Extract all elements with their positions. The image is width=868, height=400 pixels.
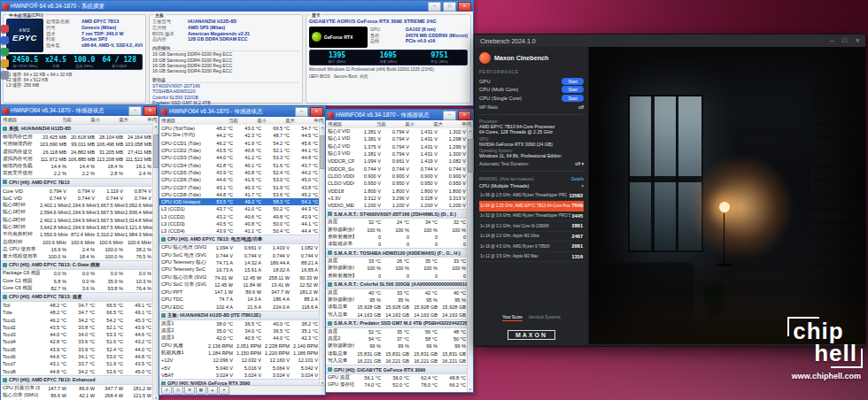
desktop-icon-4[interactable] <box>1 59 9 67</box>
toolbar-icon[interactable]: ↺ <box>161 386 172 395</box>
toolbar-icon[interactable]: ▾ <box>219 386 229 395</box>
sensor-row[interactable]: Tccd243.5 °C33.8 °C52.1 °C43.9 °C <box>1 324 153 331</box>
scroll-down-arrow[interactable]: ▼ <box>153 396 159 400</box>
ranking-row[interactable]: 1x 24 @ 2.0 GHz, Apple M2 Ultra2467 <box>479 232 584 242</box>
sensor-row[interactable]: CPU PPT147.1 W86.6 W347.7 W181.2 W <box>159 288 320 296</box>
scroll-down-arrow[interactable]: ▼ <box>468 387 473 392</box>
sensor-row[interactable]: 总线时钟100.6 MHz100.6 MHz100.6 MHz100.6 MHz <box>1 238 153 245</box>
sensor-row[interactable]: 驱动器剩余寿命100 %100 %100 %100 % <box>326 226 468 233</box>
sensor-row[interactable]: 读取总量15,928 GB15,928 GB15,928 GB15,928 GB <box>326 304 468 311</box>
sensor-row[interactable]: 驱动器剩余寿命100 %100 %100 %100 % <box>326 265 468 272</box>
sensor-row[interactable]: CPU Die (平均)44.2 °C42.3 °C48.7 °C44.5 °C <box>159 132 320 139</box>
sensor-row[interactable]: VDDCR_CPU1.094 V0.661 V1.419 V1.082 V <box>326 158 468 165</box>
titlebar[interactable]: HWiNFO® 64 v6.34-1870 - 系统摘要 ─ ☐ ✕ <box>1 1 473 12</box>
column-header[interactable]: 平均 <box>130 117 159 123</box>
sensor-row[interactable]: L3 (CCD3)43.5 °C40.8 °C50.0 °C44.1 °C <box>159 220 320 227</box>
sensor-row[interactable]: 重映射扇区数0000 <box>326 234 468 241</box>
sensor-row[interactable]: +3.3V3.312 V3.296 V3.328 V3.313 V <box>326 195 468 202</box>
sensor-row[interactable]: GPU 显存结温74.0 °C52.0 °C78.0 °C66.2 °C <box>326 381 468 388</box>
sensor-row[interactable]: CPU Telemetry 核心电流74.71 A14.32 A186.44 A… <box>159 259 320 266</box>
titlebar[interactable]: HWiNFO64 v6.34-1870 - 传感器状态 ─ ✕ <box>1 105 159 116</box>
column-header[interactable]: 最大 <box>268 118 297 124</box>
sensor-section-header[interactable]: S.M.A.R.T.: Colorful SL500 320GB (AA0000… <box>326 280 468 289</box>
sensor-row[interactable]: Core C1 残留6.8 %0.0 %35.9 %10.3 % <box>1 277 153 284</box>
minimize-button[interactable]: ─ <box>443 111 456 120</box>
sensor-row[interactable]: 写入总量16,221 GB16,221 GB16,221 GB16,221 GB <box>326 358 468 365</box>
sensor-row[interactable]: 温度40 °C33 °C42 °C40 °C <box>326 289 468 296</box>
sensor-row[interactable]: L3 (CCD4)43.9 °C41.1 °C50.4 °C44.4 °C <box>159 227 320 235</box>
sensor-row[interactable]: 核心3 VID1.381 V0.794 V1.431 V1.300 V <box>326 150 468 158</box>
sensor-row[interactable]: Tccd743.1 °C33.7 °C51.9 °C43.5 °C <box>1 360 153 367</box>
sensor-row[interactable]: Tccd344.0 °C34.0 °C53.3 °C44.6 °C <box>1 331 153 338</box>
ranking-mode-dropdown[interactable]: CPU (Multiple Threads) ▾ <box>479 183 584 188</box>
close-button[interactable]: ✕ <box>458 111 471 120</box>
sensor-row[interactable]: CPU CCD1 (Tdie)46.2 °C41.9 °C54.2 °C45.6… <box>159 140 320 147</box>
sensor-row[interactable]: CLDO VDDP0.900 V0.900 V0.900 V0.900 V <box>326 173 468 180</box>
sensor-row[interactable]: CPU 封装功率 (SMU)147.7 W86.6 W347.7 W181.2 … <box>1 385 153 392</box>
maximize-button[interactable]: ☐ <box>443 2 456 12</box>
sensor-row[interactable]: CPU CCD4 (Tdie)42.8 °C40.1 °C51.6 °C43.7… <box>159 161 320 168</box>
scrollbar[interactable]: ▲ ▼ <box>319 125 325 386</box>
minimize-button[interactable]: ─ <box>830 37 834 44</box>
start-button[interactable]: Start <box>562 86 584 93</box>
titlebar[interactable]: HWiNFO64 v6.34-1870 - 传感器状态 ─ ✕ <box>326 110 473 120</box>
sensor-row[interactable]: 核心2 VID1.375 V0.794 V1.431 V1.295 V <box>326 143 468 150</box>
sensor-row[interactable]: 核心3时钟3,642.8 MHz2,194.9 MHz3,667.5 MHz3,… <box>1 224 153 231</box>
column-header[interactable]: 最小 <box>74 117 102 123</box>
sensor-row[interactable]: 核心0 VID1.381 V0.794 V1.431 V1.302 V <box>326 128 468 135</box>
sensor-row[interactable]: CPU CCD6 (Tdie)44.6 °C41.5 °C53.0 °C45.0… <box>159 176 320 183</box>
minimize-button[interactable]: ─ <box>295 107 308 117</box>
column-header[interactable]: 最大 <box>102 117 130 123</box>
sensor-row[interactable]: SoC VID0.744 V0.744 V0.744 V0.744 V <box>1 195 153 202</box>
sensor-section-header[interactable]: CPU [#0]: AMD EPYC 7B13 <box>1 178 153 188</box>
sensor-row[interactable]: CPU IOD Hotspot53.5 °C49.2 °C58.3 °C54.1… <box>159 198 320 205</box>
column-header[interactable]: 最大 <box>416 121 445 127</box>
column-header[interactable]: 当前 <box>360 121 388 127</box>
sensor-row[interactable]: 总 CPU 使用率16.9 %2.4 %100.0 %38.2 % <box>1 246 153 253</box>
sensor-row[interactable]: CPU 核心功率 (SVI2 TFN)74.01 W12.45 W258.11 … <box>159 273 320 281</box>
sensor-row[interactable]: CPU TDC74.7 A14.3 A186.4 A88.2 A <box>159 296 320 303</box>
start-button[interactable]: Start <box>562 95 584 102</box>
sensor-section-header[interactable]: S.M.A.R.T.: TOSHIBA HDWD120 (X0DEWA6S) (… <box>326 248 468 258</box>
sensor-row[interactable]: 温度33 °C26 °C35 °C33 °C <box>326 258 468 265</box>
sensor-row[interactable]: Tccd146.2 °C34.2 °C54.2 °C45.3 °C <box>1 316 153 323</box>
sensor-row[interactable]: Tccd543.9 °C33.9 °C52.4 °C44.0 °C <box>1 346 153 353</box>
sensor-row[interactable]: L3 (CCD2)43.2 °C40.6 °C49.8 °C43.9 °C <box>159 213 320 220</box>
maximize-button[interactable]: ☐ <box>842 37 848 44</box>
sensor-row[interactable]: CPU CCD5 (Tdie)43.9 °C40.8 °C52.4 °C44.2… <box>159 169 320 176</box>
scrollbar[interactable]: ▲ ▼ <box>152 124 159 400</box>
sensor-section-header[interactable]: 系统: HUANANZHI H12D-8D <box>1 124 153 134</box>
column-header[interactable]: 当前 <box>212 118 240 124</box>
ranking-row[interactable]: 1x 64 @ 2.25 GHz, AMD EPYC 7B13 64-Core … <box>479 201 584 212</box>
ranking-row[interactable]: 1x 32 @ 3.6 GHz, AMD Ryzen Threadripper … <box>479 212 584 222</box>
sensor-row[interactable]: CPU CCD8 (Tdie)44.8 °C41.7 °C53.6 °C45.2… <box>159 191 320 198</box>
desktop-icon-5[interactable] <box>1 71 9 79</box>
sensor-section-header[interactable]: CPU [#0]: AMD EPYC 7B13: Enhanced <box>1 375 153 385</box>
sensor-row[interactable]: CPU 核心电压 (SVI2 TFN)1.094 V0.661 V1.419 V… <box>159 244 320 251</box>
score-tab[interactable]: Your Score <box>502 315 523 321</box>
sensor-row[interactable]: 可用物理内存103,690 MB99,011 MB106,496 MB103,0… <box>1 141 153 148</box>
sensor-row[interactable]: VDD181.800 V1.800 V1.800 V1.800 V <box>326 187 468 194</box>
sensor-row[interactable]: 核心0时钟2,402.1 MHz2,194.9 MHz3,667.5 MHz3,… <box>1 202 153 209</box>
toolbar-icon[interactable]: ▦ <box>196 386 206 395</box>
sensor-section-header[interactable]: CPU [#0]: AMD EPYC 7B13: 电压/电流/功率 <box>159 235 320 244</box>
sensor-row[interactable]: 核心1 VID1.381 V0.794 V1.431 V1.298 V <box>326 135 468 142</box>
sensor-row[interactable]: Tccd844.8 °C34.2 °C53.6 °C45.0 °C <box>1 368 153 375</box>
desktop-icon-2[interactable] <box>1 36 9 44</box>
sensor-row[interactable]: Core VID0.794 V0.794 V1.119 V0.874 V <box>1 187 153 194</box>
sensor-row[interactable]: 虚拟内存提交26,118 MB24,882 MB31,205 MB27,411 … <box>1 148 153 155</box>
sensor-row[interactable]: 温度52 °C35 °C56 °C48 °C <box>326 328 468 335</box>
sensor-row[interactable]: CLDO VDDG0.950 V0.950 V0.950 V0.950 V <box>326 180 468 187</box>
scroll-thumb[interactable] <box>468 139 474 173</box>
sensor-row[interactable]: Tctl48.2 °C34.7 °C66.5 °C49.1 °C <box>1 302 153 309</box>
sensor-row[interactable]: CPU EDC102.4 A21.6 A224.0 A118.6 A <box>159 304 320 311</box>
sensor-section-header[interactable]: GPU [#0]: GIGABYTE GeForce RTX 3090 <box>326 365 468 374</box>
sensor-row[interactable]: 核心1时钟2,594.6 MHz2,194.9 MHz3,667.5 MHz2,… <box>1 209 153 216</box>
close-button[interactable]: ✕ <box>143 106 157 116</box>
titlebar[interactable]: Cinebench 2024.1.0 ─ ☐ ✕ <box>475 35 865 47</box>
sensor-row[interactable]: CPU 风扇2,136 RPM2,051 RPM2,238 RPM2,140 R… <box>159 342 320 350</box>
sensor-section-header[interactable]: CPU [#0]: AMD EPYC 7B13: C-State 残留 <box>1 260 153 270</box>
desktop-icon-3[interactable] <box>1 48 9 56</box>
sensor-row[interactable]: CPU SoC 功率 (SVI2 TFN)12.45 W11.84 W13.41… <box>159 281 320 288</box>
sensor-row[interactable]: 温度138.0 °C36.5 °C40.0 °C38.2 °C <box>159 320 320 327</box>
